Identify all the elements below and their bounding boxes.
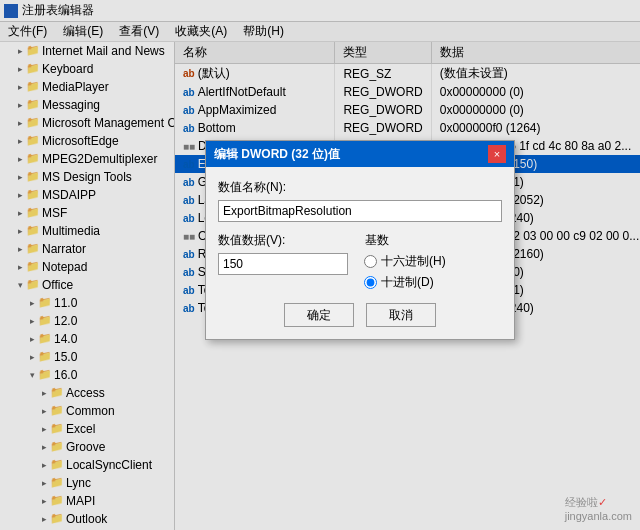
ok-button[interactable]: 确定 (284, 303, 354, 327)
data-label: 数值数据(V): 基数 (218, 232, 502, 249)
watermark: 经验啦✓ jingyanla.com (565, 495, 632, 522)
radio-hex-label[interactable]: 十六进制(H) (364, 253, 446, 270)
cancel-button[interactable]: 取消 (366, 303, 436, 327)
dialog-buttons: 确定 取消 (218, 303, 502, 331)
radio-dec-text: 十进制(D) (381, 274, 434, 291)
dialog-title: 编辑 DWORD (32 位)值 (214, 146, 340, 163)
radio-group: 十六进制(H) 十进制(D) (364, 253, 446, 291)
value-input[interactable] (218, 253, 348, 275)
watermark-check: ✓ (598, 496, 607, 508)
watermark-url: jingyanla.com (565, 510, 632, 522)
dialog-input-row: 十六进制(H) 十进制(D) (218, 253, 502, 291)
radio-hex-text: 十六进制(H) (381, 253, 446, 270)
dialog-titlebar: 编辑 DWORD (32 位)值 × (206, 141, 514, 167)
name-input[interactable] (218, 200, 502, 222)
base-label: 基数 (365, 233, 389, 247)
radio-hex[interactable] (364, 255, 377, 268)
modal-overlay: 编辑 DWORD (32 位)值 × 数值名称(N): 数值数据(V): 基数 … (0, 0, 640, 530)
edit-dword-dialog: 编辑 DWORD (32 位)值 × 数值名称(N): 数值数据(V): 基数 … (205, 140, 515, 340)
dialog-close-button[interactable]: × (488, 145, 506, 163)
dialog-body: 数值名称(N): 数值数据(V): 基数 十六进制(H) (206, 167, 514, 339)
radio-dec[interactable] (364, 276, 377, 289)
radio-dec-label[interactable]: 十进制(D) (364, 274, 446, 291)
watermark-text: 经验啦 (565, 496, 598, 508)
name-label: 数值名称(N): (218, 179, 502, 196)
